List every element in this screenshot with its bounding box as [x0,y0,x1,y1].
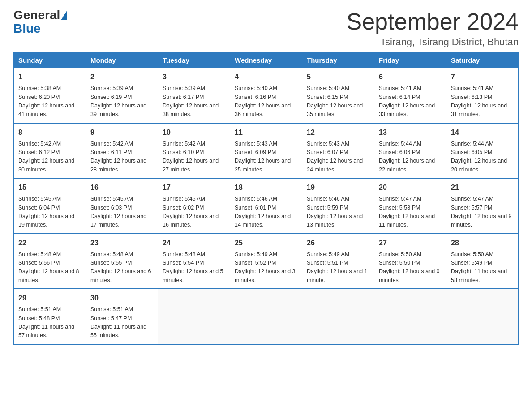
day-number: 26 [307,238,369,248]
day-info: Sunrise: 5:42 AMSunset: 6:11 PMDaylight:… [90,140,153,175]
sunrise-text: Sunrise: 5:47 AM [451,196,493,202]
day-number: 8 [18,127,81,138]
sunset-text: Sunset: 5:58 PM [379,205,420,211]
day-info: Sunrise: 5:42 AMSunset: 6:10 PMDaylight:… [163,140,225,175]
day-number: 29 [18,293,81,304]
day-number: 21 [451,182,514,193]
sunset-text: Sunset: 5:52 PM [235,260,276,266]
daylight-text: Daylight: 12 hours and 33 minutes. [379,103,435,117]
day-info: Sunrise: 5:38 AMSunset: 6:20 PMDaylight:… [18,84,81,119]
daylight-text: Daylight: 12 hours and 6 minutes. [90,268,151,283]
day-number: 13 [379,127,442,138]
day-info: Sunrise: 5:42 AMSunset: 6:12 PMDaylight:… [18,140,81,175]
sunrise-text: Sunrise: 5:39 AM [163,85,205,91]
daylight-text: Daylight: 12 hours and 31 minutes. [451,103,507,117]
sunrise-text: Sunrise: 5:50 AM [451,251,493,257]
col-tuesday: Tuesday [158,53,230,68]
sunrise-text: Sunrise: 5:45 AM [163,196,205,202]
day-info: Sunrise: 5:39 AMSunset: 6:19 PMDaylight:… [90,84,153,119]
day-number: 23 [90,238,153,248]
sunrise-text: Sunrise: 5:51 AM [18,306,61,313]
daylight-text: Daylight: 12 hours and 36 minutes. [235,103,291,117]
table-row: 12Sunrise: 5:43 AMSunset: 6:07 PMDayligh… [302,123,374,179]
table-row: 14Sunrise: 5:44 AMSunset: 6:05 PMDayligh… [446,123,519,179]
calendar-week-row: 29Sunrise: 5:51 AMSunset: 5:48 PMDayligh… [14,289,519,344]
sunset-text: Sunset: 6:20 PM [18,94,60,100]
daylight-text: Daylight: 12 hours and 28 minutes. [90,158,146,172]
daylight-text: Daylight: 12 hours and 1 minute. [307,268,368,283]
daylight-text: Daylight: 12 hours and 39 minutes. [90,103,146,117]
sunset-text: Sunset: 5:48 PM [18,315,60,321]
daylight-text: Daylight: 12 hours and 5 minutes. [163,268,223,283]
day-info: Sunrise: 5:48 AMSunset: 5:56 PMDaylight:… [18,250,81,285]
day-info: Sunrise: 5:40 AMSunset: 6:16 PMDaylight:… [235,84,297,119]
sunset-text: Sunset: 6:16 PM [235,94,276,100]
sunrise-text: Sunrise: 5:46 AM [307,196,349,202]
sunrise-text: Sunrise: 5:48 AM [163,251,205,257]
day-info: Sunrise: 5:46 AMSunset: 6:01 PMDaylight:… [235,195,297,230]
daylight-text: Daylight: 12 hours and 16 minutes. [163,213,219,228]
sunrise-text: Sunrise: 5:41 AM [451,85,493,91]
sunset-text: Sunset: 6:03 PM [90,205,132,211]
sunset-text: Sunset: 6:04 PM [18,205,60,211]
sunset-text: Sunset: 5:55 PM [90,260,132,266]
calendar-week-row: 1Sunrise: 5:38 AMSunset: 6:20 PMDaylight… [14,68,519,123]
day-number: 28 [451,238,514,248]
sunset-text: Sunset: 6:11 PM [90,149,132,155]
col-friday: Friday [374,53,446,68]
table-row: 22Sunrise: 5:48 AMSunset: 5:56 PMDayligh… [14,234,86,289]
sunrise-text: Sunrise: 5:40 AM [235,85,277,91]
daylight-text: Daylight: 12 hours and 22 minutes. [379,158,435,172]
calendar-table: Sunday Monday Tuesday Wednesday Thursday… [13,52,519,345]
sunrise-text: Sunrise: 5:44 AM [451,141,493,147]
daylight-text: Daylight: 12 hours and 8 minutes. [18,268,79,283]
day-number: 5 [307,72,369,82]
logo-triangle-icon [61,10,67,20]
table-row: 5Sunrise: 5:40 AMSunset: 6:15 PMDaylight… [302,68,374,123]
sunrise-text: Sunrise: 5:46 AM [235,196,277,202]
day-info: Sunrise: 5:50 AMSunset: 5:49 PMDaylight:… [451,250,514,285]
col-monday: Monday [86,53,158,68]
day-number: 1 [18,72,81,82]
day-info: Sunrise: 5:51 AMSunset: 5:48 PMDaylight:… [18,305,81,340]
sunrise-text: Sunrise: 5:42 AM [18,141,61,147]
table-row: 18Sunrise: 5:46 AMSunset: 6:01 PMDayligh… [230,178,302,234]
day-number: 17 [163,182,225,193]
col-sunday: Sunday [14,53,86,68]
sunrise-text: Sunrise: 5:43 AM [307,141,349,147]
daylight-text: Daylight: 11 hours and 55 minutes. [90,324,146,338]
day-number: 2 [90,72,153,82]
daylight-text: Daylight: 12 hours and 19 minutes. [18,213,74,228]
col-thursday: Thursday [302,53,374,68]
sunrise-text: Sunrise: 5:44 AM [379,141,421,147]
sunset-text: Sunset: 5:56 PM [18,260,60,266]
daylight-text: Daylight: 12 hours and 41 minutes. [18,103,74,117]
day-number: 12 [307,127,369,138]
sunrise-text: Sunrise: 5:43 AM [235,141,277,147]
sunrise-text: Sunrise: 5:42 AM [163,141,205,147]
table-row: 17Sunrise: 5:45 AMSunset: 6:02 PMDayligh… [158,178,230,234]
table-row: 21Sunrise: 5:47 AMSunset: 5:57 PMDayligh… [446,178,519,234]
calendar-header-row: Sunday Monday Tuesday Wednesday Thursday… [14,53,519,68]
daylight-text: Daylight: 12 hours and 20 minutes. [451,158,507,172]
sunset-text: Sunset: 6:17 PM [163,94,204,100]
table-row: 24Sunrise: 5:48 AMSunset: 5:54 PMDayligh… [158,234,230,289]
sunrise-text: Sunrise: 5:45 AM [18,196,61,202]
sunset-text: Sunset: 6:12 PM [18,149,60,155]
day-info: Sunrise: 5:51 AMSunset: 5:47 PMDaylight:… [90,305,153,340]
sunset-text: Sunset: 6:09 PM [235,149,276,155]
sunrise-text: Sunrise: 5:51 AM [90,306,133,313]
day-info: Sunrise: 5:43 AMSunset: 6:07 PMDaylight:… [307,140,369,175]
day-number: 9 [90,127,153,138]
day-number: 25 [235,238,297,248]
day-info: Sunrise: 5:43 AMSunset: 6:09 PMDaylight:… [235,140,297,175]
table-row [374,289,446,344]
sunrise-text: Sunrise: 5:39 AM [90,85,133,91]
table-row: 15Sunrise: 5:45 AMSunset: 6:04 PMDayligh… [14,178,86,234]
day-info: Sunrise: 5:49 AMSunset: 5:51 PMDaylight:… [307,250,369,285]
day-number: 6 [379,72,442,82]
daylight-text: Daylight: 12 hours and 24 minutes. [307,158,363,172]
day-info: Sunrise: 5:48 AMSunset: 5:55 PMDaylight:… [90,250,153,285]
sunrise-text: Sunrise: 5:48 AM [90,251,133,257]
day-info: Sunrise: 5:47 AMSunset: 5:58 PMDaylight:… [379,195,442,230]
